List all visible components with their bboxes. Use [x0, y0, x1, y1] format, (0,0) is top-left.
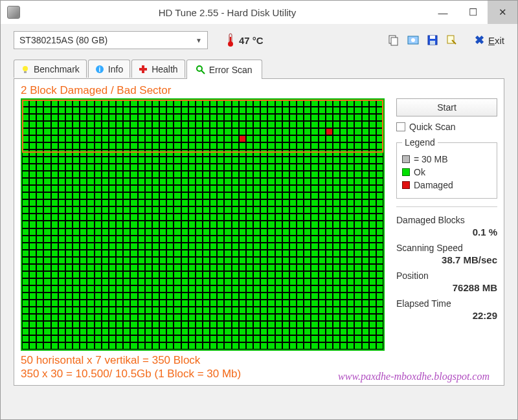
ok-block: [275, 228, 282, 236]
ok-block: [29, 164, 36, 171]
ok-block: [210, 142, 217, 149]
stat-value: 38.7 MB/sec: [396, 254, 497, 265]
ok-block: [65, 214, 73, 221]
ok-block: [152, 100, 159, 107]
quick-scan-row[interactable]: Quick Scan: [396, 122, 497, 132]
ok-block: [289, 121, 297, 128]
ok-block: [319, 221, 326, 228]
ok-block: [51, 285, 58, 293]
ok-block: [95, 257, 102, 264]
ok-block: [43, 121, 51, 128]
ok-block: [304, 171, 311, 178]
ok-block: [181, 285, 188, 293]
annotation-line1: 50 horisontal x 7 vertikal = 350 Block: [21, 353, 385, 367]
ok-block: [260, 157, 267, 164]
copy-icon[interactable]: [387, 33, 401, 47]
ok-block: [109, 107, 116, 114]
ok-block: [145, 214, 152, 221]
titlebar[interactable]: HD Tune 2.55 - Hard Disk Utility — ☐ ✕: [1, 1, 517, 24]
screenshot-icon[interactable]: [406, 33, 420, 47]
ok-block: [80, 250, 87, 257]
minimize-button[interactable]: —: [428, 1, 458, 24]
ok-block: [130, 149, 137, 157]
ok-block: [65, 192, 73, 199]
ok-block: [196, 285, 203, 293]
ok-block: [73, 293, 80, 300]
ok-block: [333, 335, 340, 342]
ok-block: [224, 300, 231, 307]
ok-block: [29, 206, 36, 214]
tab-benchmark[interactable]: Benchmark: [14, 60, 87, 78]
drive-select[interactable]: ST380215AS (80 GB) ▼: [14, 31, 208, 49]
ok-block: [130, 128, 137, 135]
ok-block: [232, 257, 239, 264]
exit-button[interactable]: ✖ EExitxit: [475, 33, 504, 47]
ok-block: [282, 335, 289, 342]
close-button[interactable]: ✕: [488, 1, 517, 24]
ok-block: [239, 221, 246, 228]
ok-block: [217, 185, 224, 192]
ok-block: [58, 135, 65, 142]
ok-block: [152, 121, 159, 128]
ok-block: [95, 285, 102, 293]
ok-block: [297, 221, 304, 228]
ok-block: [217, 278, 224, 285]
ok-block: [297, 157, 304, 164]
ok-block: [58, 307, 65, 314]
ok-block: [239, 107, 246, 114]
ok-block: [289, 342, 297, 349]
tab-error-scan[interactable]: Error Scan: [186, 60, 262, 79]
ok-block: [260, 206, 267, 214]
ok-block: [109, 185, 116, 192]
ok-block: [275, 128, 282, 135]
ok-block: [73, 342, 80, 349]
legend-title: Legend: [402, 137, 438, 148]
ok-block: [87, 142, 94, 149]
ok-block: [326, 149, 333, 157]
ok-block: [166, 264, 174, 271]
ok-block: [159, 135, 166, 142]
ok-block: [87, 278, 94, 285]
ok-block: [282, 285, 289, 293]
ok-block: [123, 285, 130, 293]
ok-block: [253, 321, 260, 328]
ok-block: [246, 307, 253, 314]
ok-block: [224, 293, 231, 300]
ok-block: [102, 114, 109, 121]
ok-block: [246, 271, 253, 278]
quick-scan-checkbox[interactable]: [396, 122, 405, 131]
ok-block: [217, 293, 224, 300]
ok-block: [138, 178, 145, 185]
tab-health[interactable]: Health: [131, 60, 185, 78]
save-icon[interactable]: [425, 33, 440, 47]
ok-block: [340, 314, 347, 321]
ok-block: [123, 335, 130, 342]
ok-block: [22, 185, 29, 192]
ok-block: [174, 285, 181, 293]
ok-block: [326, 307, 333, 314]
ok-block: [174, 214, 181, 221]
ok-block: [232, 107, 239, 114]
ok-block: [289, 214, 297, 221]
ok-block: [267, 192, 275, 199]
maximize-button[interactable]: ☐: [458, 1, 488, 24]
ok-block: [246, 121, 253, 128]
ok-block: [138, 257, 145, 264]
ok-block: [275, 171, 282, 178]
ok-block: [123, 206, 130, 214]
start-button[interactable]: Start: [396, 98, 497, 116]
ok-block: [87, 192, 94, 199]
thermometer-icon: [226, 33, 235, 47]
settings-icon[interactable]: [445, 33, 459, 47]
ok-block: [224, 307, 231, 314]
tab-info[interactable]: i Info: [88, 60, 130, 78]
damaged-block: [239, 135, 246, 142]
ok-block: [130, 257, 137, 264]
ok-block: [260, 128, 267, 135]
ok-block: [354, 135, 361, 142]
ok-block: [319, 293, 326, 300]
ok-block: [145, 278, 152, 285]
ok-block: [145, 199, 152, 206]
ok-block: [65, 178, 73, 185]
ok-block: [354, 314, 361, 321]
